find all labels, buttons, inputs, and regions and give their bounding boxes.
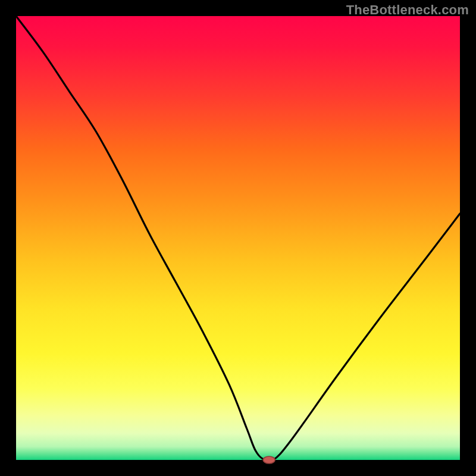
watermark-text: TheBottleneck.com [346, 2, 469, 18]
chart-background [16, 16, 460, 460]
bottleneck-chart [0, 0, 476, 476]
chart-frame: TheBottleneck.com [0, 0, 476, 476]
minimum-marker [263, 456, 275, 464]
